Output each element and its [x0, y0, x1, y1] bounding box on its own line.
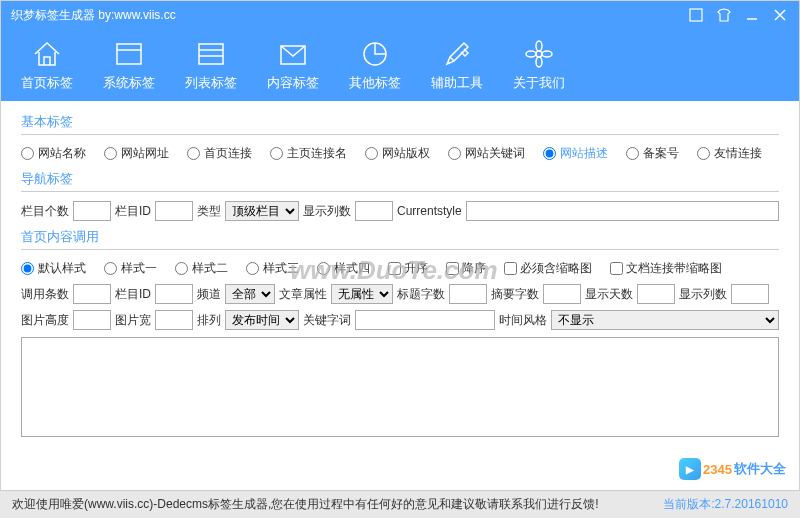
- nav-system-tags[interactable]: 系统标签: [103, 38, 155, 92]
- tools-icon: [441, 38, 473, 70]
- svg-point-13: [536, 57, 542, 67]
- nav-content-tags[interactable]: 内容标签: [267, 38, 319, 92]
- nav-label: 首页标签: [21, 74, 73, 92]
- section-basic-title: 基本标签: [21, 113, 779, 135]
- colid-input[interactable]: [155, 284, 193, 304]
- window-title: 织梦标签生成器 by:www.viis.cc: [11, 7, 176, 24]
- svg-point-15: [542, 51, 552, 57]
- logo-badge: ▶ 2345软件大全: [679, 458, 786, 480]
- check-desc[interactable]: 降序: [446, 260, 486, 277]
- settings-icon[interactable]: [687, 6, 705, 24]
- flower-icon: [523, 38, 555, 70]
- titlelen-input[interactable]: [449, 284, 487, 304]
- footer-message: 欢迎使用唯爱(www.viis.cc)-Dedecms标签生成器,您在使用过程中…: [12, 496, 599, 513]
- svg-point-14: [526, 51, 536, 57]
- nav-label: 辅助工具: [431, 74, 483, 92]
- check-thumb[interactable]: 必须含缩略图: [504, 260, 592, 277]
- window-controls: [687, 6, 789, 24]
- nav-about[interactable]: 关于我们: [513, 38, 565, 92]
- nav-label: 其他标签: [349, 74, 401, 92]
- envelope-icon: [277, 38, 309, 70]
- navid-input[interactable]: [155, 201, 193, 221]
- navcount-label: 栏目个数: [21, 203, 69, 220]
- piechart-icon: [359, 38, 391, 70]
- radio-homelink[interactable]: 首页连接: [187, 145, 252, 162]
- window-icon: [113, 38, 145, 70]
- count-input[interactable]: [73, 284, 111, 304]
- minimize-icon[interactable]: [743, 6, 761, 24]
- navid-label: 栏目ID: [115, 203, 151, 220]
- output-textarea[interactable]: [21, 337, 779, 437]
- home-row2: 图片高度 图片宽 排列发布时间 关键字词 时间风格不显示: [21, 307, 779, 333]
- currentstyle-label: Currentstyle: [397, 204, 462, 218]
- check-asc[interactable]: 升序: [388, 260, 428, 277]
- navcols-input[interactable]: [355, 201, 393, 221]
- radio-keywords[interactable]: 网站关键词: [448, 145, 525, 162]
- cols-input[interactable]: [731, 284, 769, 304]
- navtype-select[interactable]: 顶级栏目: [225, 201, 299, 221]
- titlebar: 织梦标签生成器 by:www.viis.cc: [1, 1, 799, 29]
- days-input[interactable]: [637, 284, 675, 304]
- nav-list-tags[interactable]: 列表标签: [185, 38, 237, 92]
- radio-homelinkname[interactable]: 主页连接名: [270, 145, 347, 162]
- section-nav-title: 导航标签: [21, 170, 779, 192]
- nav-label: 关于我们: [513, 74, 565, 92]
- nav-tools[interactable]: 辅助工具: [431, 38, 483, 92]
- svg-point-11: [536, 51, 542, 57]
- radio-style1[interactable]: 样式一: [104, 260, 157, 277]
- imgh-input[interactable]: [73, 310, 111, 330]
- radio-style3[interactable]: 样式三: [246, 260, 299, 277]
- radio-style2[interactable]: 样式二: [175, 260, 228, 277]
- navbar: 首页标签 系统标签 列表标签 内容标签 其他标签 辅助工具 关于我们: [1, 29, 799, 101]
- radio-style-default[interactable]: 默认样式: [21, 260, 86, 277]
- svg-rect-6: [199, 44, 223, 64]
- home-style-row: 默认样式 样式一 样式二 样式三 样式四 升序 降序 必须含缩略图 文档连接带缩…: [21, 256, 779, 281]
- svg-point-12: [536, 41, 542, 51]
- desclen-input[interactable]: [543, 284, 581, 304]
- nav-form-row: 栏目个数 栏目ID 类型 顶级栏目 显示列数 Currentstyle: [21, 198, 779, 224]
- radio-sitename[interactable]: 网站名称: [21, 145, 86, 162]
- radio-siteurl[interactable]: 网站网址: [104, 145, 169, 162]
- navcount-input[interactable]: [73, 201, 111, 221]
- sort-select[interactable]: 发布时间: [225, 310, 299, 330]
- radio-style4[interactable]: 样式四: [317, 260, 370, 277]
- footer-version: 当前版本:2.7.20161010: [663, 496, 788, 513]
- nav-home-tags[interactable]: 首页标签: [21, 38, 73, 92]
- logo-icon: ▶: [679, 458, 701, 480]
- home-icon: [31, 38, 63, 70]
- radio-copyright[interactable]: 网站版权: [365, 145, 430, 162]
- radio-description[interactable]: 网站描述: [543, 145, 608, 162]
- nav-other-tags[interactable]: 其他标签: [349, 38, 401, 92]
- channel-select[interactable]: 全部: [225, 284, 275, 304]
- navtype-label: 类型: [197, 203, 221, 220]
- content-area: 基本标签 网站名称 网站网址 首页连接 主页连接名 网站版权 网站关键词 网站描…: [1, 101, 799, 448]
- section-home-title: 首页内容调用: [21, 228, 779, 250]
- footer: 欢迎使用唯爱(www.viis.cc)-Dedecms标签生成器,您在使用过程中…: [0, 490, 800, 518]
- skin-icon[interactable]: [715, 6, 733, 24]
- close-icon[interactable]: [771, 6, 789, 24]
- svg-rect-0: [690, 9, 702, 21]
- attr-select[interactable]: 无属性: [331, 284, 393, 304]
- navcols-label: 显示列数: [303, 203, 351, 220]
- nav-label: 列表标签: [185, 74, 237, 92]
- basic-radio-group: 网站名称 网站网址 首页连接 主页连接名 网站版权 网站关键词 网站描述 备案号…: [21, 141, 779, 166]
- check-linkthumb[interactable]: 文档连接带缩略图: [610, 260, 722, 277]
- imgw-input[interactable]: [155, 310, 193, 330]
- radio-friendlink[interactable]: 友情连接: [697, 145, 762, 162]
- home-row1: 调用条数 栏目ID 频道全部 文章属性无属性 标题字数 摘要字数 显示天数 显示…: [21, 281, 779, 307]
- radio-beian[interactable]: 备案号: [626, 145, 679, 162]
- svg-rect-4: [117, 44, 141, 64]
- nav-label: 系统标签: [103, 74, 155, 92]
- keyword-input[interactable]: [355, 310, 495, 330]
- list-icon: [195, 38, 227, 70]
- timefmt-select[interactable]: 不显示: [551, 310, 779, 330]
- currentstyle-input[interactable]: [466, 201, 779, 221]
- nav-label: 内容标签: [267, 74, 319, 92]
